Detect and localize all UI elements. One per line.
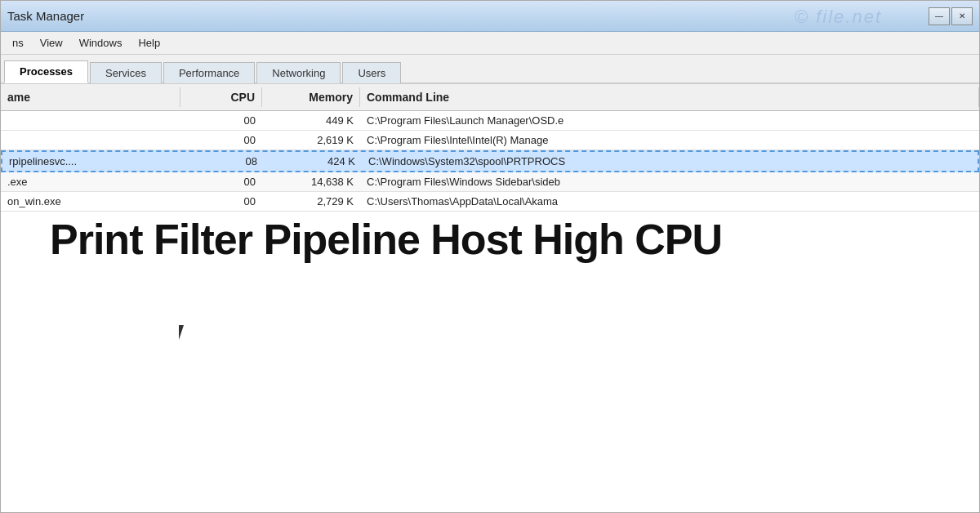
tab-services[interactable]: Services <box>90 62 162 83</box>
cell-memory: 14,638 K <box>262 172 360 191</box>
menu-item-help[interactable]: Help <box>130 34 168 51</box>
cell-command: C:\Program Files\Windows Sidebar\sideb <box>360 172 979 191</box>
cell-cpu: 08 <box>182 152 264 171</box>
col-header-command: Command Line <box>360 87 979 107</box>
cell-cpu: 00 <box>180 172 262 191</box>
cell-cpu: 00 <box>180 111 262 130</box>
cell-command: C:\Program Files\Intel\Intel(R) Manage <box>360 131 979 149</box>
table-row[interactable]: 00 449 K C:\Program Files\Launch Manager… <box>1 111 979 131</box>
overlay-title-text: Print Filter Pipeline Host High CPU <box>50 216 722 263</box>
menu-bar: ns View Windows Help <box>1 32 979 55</box>
cell-name: rpipelinesvc.... <box>2 152 182 171</box>
title-bar: Task Manager © file.net — ✕ <box>1 1 979 32</box>
tab-bar: Processes Services Performance Networkin… <box>1 55 979 84</box>
minimize-button[interactable]: — <box>929 7 950 25</box>
cell-memory: 2,619 K <box>262 131 360 149</box>
table-row-highlighted[interactable]: rpipelinesvc.... 08 424 K C:\Windows\Sys… <box>1 150 979 172</box>
table-row[interactable]: 00 2,619 K C:\Program Files\Intel\Intel(… <box>1 131 979 150</box>
table-row[interactable]: on_win.exe 00 2,729 K C:\Users\Thomas\Ap… <box>1 192 979 212</box>
cell-cpu: 00 <box>180 192 262 211</box>
window-controls: — ✕ <box>929 7 973 25</box>
table-row[interactable]: .exe 00 14,638 K C:\Program Files\Window… <box>1 172 979 192</box>
cell-name: on_win.exe <box>1 192 180 211</box>
cell-command: C:\Users\Thomas\AppData\Local\Akama <box>360 192 979 211</box>
col-header-name: ame <box>1 87 180 107</box>
menu-item-view[interactable]: View <box>32 34 71 51</box>
watermark: © file.net <box>795 7 882 28</box>
cell-cpu: 00 <box>180 131 262 149</box>
tab-users[interactable]: Users <box>342 62 401 83</box>
window-title: Task Manager <box>7 9 84 23</box>
col-header-memory: Memory <box>262 87 360 107</box>
task-manager-window: Task Manager © file.net — ✕ ns View Wind… <box>0 0 980 513</box>
tab-networking[interactable]: Networking <box>256 62 341 83</box>
close-button[interactable]: ✕ <box>951 7 973 25</box>
cell-name: .exe <box>1 172 180 191</box>
menu-item-ns[interactable]: ns <box>4 34 32 51</box>
cell-name <box>1 111 180 130</box>
cell-name <box>1 131 180 149</box>
cell-memory: 2,729 K <box>262 192 360 211</box>
cell-memory: 424 K <box>264 152 362 171</box>
table-header: ame CPU Memory Command Line <box>1 84 979 111</box>
cell-command: C:\Program Files\Launch Manager\OSD.e <box>360 111 979 130</box>
cursor-indicator <box>179 325 194 343</box>
overlay-title: Print Filter Pipeline Host High CPU <box>1 215 979 264</box>
cell-command: C:\Windows\System32\spool\PRTPROCS <box>362 152 978 171</box>
tab-processes[interactable]: Processes <box>4 60 88 83</box>
tab-performance[interactable]: Performance <box>163 62 255 83</box>
process-table: ame CPU Memory Command Line 00 449 K C:\… <box>1 84 979 512</box>
menu-item-windows[interactable]: Windows <box>71 34 131 51</box>
col-header-cpu: CPU <box>180 87 262 107</box>
cell-memory: 449 K <box>262 111 360 130</box>
